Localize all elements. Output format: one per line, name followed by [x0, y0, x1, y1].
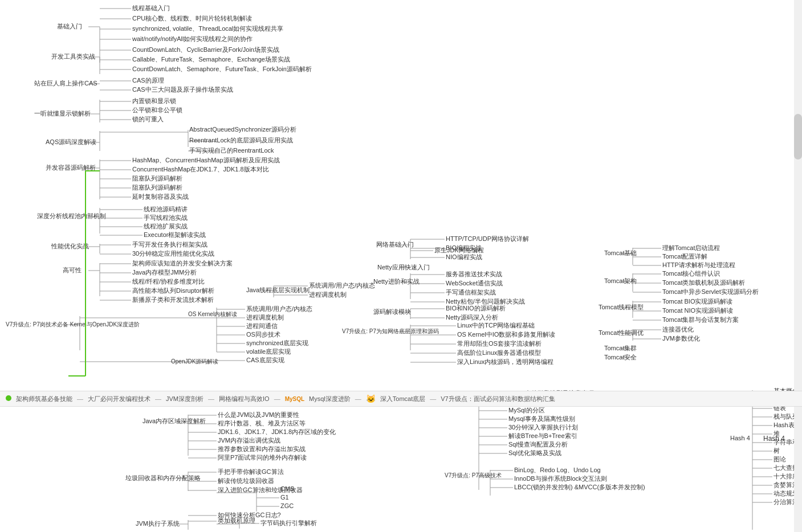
node-gc-root: 垃圾回收器和内存分配策略 [125, 474, 201, 481]
node-sql-opt: Sql优化策略及实战 [508, 449, 561, 456]
node-countdown1: CountDownLatch、CyclicBarrier及Fork/Join场景… [132, 46, 279, 53]
node-classloader: 类加载机原理 [218, 517, 255, 524]
node-tomcat-servlet: Tomcat中异步Servlet实现源码分析 [662, 288, 759, 295]
node-process-schedule: 进程调度机制 [246, 314, 284, 321]
node-perf-30min: 30分钟稳定应用性能优化实战 [132, 250, 214, 257]
node-comm-framework: 手写通信框架实战 [446, 289, 496, 296]
node-tomcat-http: HTTP请求解析与处理流程 [662, 261, 735, 268]
node-countdown2: CountDownLatch、Semaphore、FutureTask、Fork… [132, 66, 312, 72]
node-connector-opt: 连接器优化 [662, 326, 694, 333]
node-concurrenthashmap: ConcurrentHashMap在JDK1.7、JDK1.8版本对比 [132, 166, 269, 173]
node-gc-algo: 手把手带你解读GC算法 [218, 468, 284, 475]
node-tomcat-bio-source: Tomcat BIO实现源码解读 [662, 298, 732, 305]
node-bytecode: 字节码执行引擎解析 [260, 519, 317, 526]
scroll-thumb[interactable] [794, 114, 802, 159]
nav-jvm[interactable]: JVM深度剖析 [166, 395, 203, 403]
node-linux-tcp: Linux中的TCP网络编程基础 [457, 322, 535, 329]
node-tomcat-core: Tomcat核心组件认识 [662, 270, 720, 277]
node-nio: NIO编程实战 [446, 253, 482, 260]
nav-sep-5: — [355, 395, 361, 402]
node-perf-framework: 手写开发任务执行框架实战 [132, 241, 207, 248]
node-aqs-write: 手写实现自己的ReentrantLock [189, 147, 274, 154]
node-tomcat-classloader: Tomcat类加载机制及源码解析 [662, 279, 745, 286]
node-cms: CMS [280, 485, 294, 492]
node-volatile-impl: volatile底层实现 [246, 348, 291, 355]
node-tomcat-nio-source: Tomcat NIO实现源码解读 [662, 307, 733, 314]
cat-icon: 🐱 [366, 394, 376, 403]
node-bio-nio-source: BIO和NIO的源码解析 [446, 305, 506, 312]
node-mysql-partition: MySql的分区 [508, 407, 545, 414]
node-mysql-explain: 30分钟深入掌握执行计划 [508, 424, 578, 431]
node-copy-container: 延时复制容器及实战 [132, 193, 189, 200]
node-graph: 图论 [773, 456, 786, 463]
node-jvm-oom: JVM内存溢出调优实战 [218, 437, 280, 444]
node-reentrant: 锁的可重入 [132, 116, 164, 122]
nav-algo[interactable]: V7升级点：面试必问算法和数据结构汇集 [441, 395, 555, 403]
node-tomcat-thread: Tomcat线程模型 [599, 304, 644, 310]
node-linux-kernel-source: 深入Linux内核源码，透明网络编程 [457, 358, 553, 365]
node-fair-lock: 公平锁和非公平锁 [132, 107, 182, 113]
node-concurrent-root: 并发容器源码解析 [46, 164, 96, 171]
node-jvm-params: 推荐参数设置和内存溢出加实战 [218, 445, 306, 452]
node-cas-impl: CAS底层实现 [246, 357, 284, 363]
node-lbcc-mvcc: LBCC(锁的并发控制) &MVCC(多版本并发控制) [514, 484, 645, 490]
node-lock-root: 一听就懂显示锁解析 [34, 110, 91, 117]
node-netty-intro: Netty应用快速入门 [377, 264, 430, 271]
node-tomcat-config: Tomcat配置详解 [662, 253, 707, 260]
node-cas-root: 站在巨人肩上操作CAS [34, 80, 97, 87]
node-zgc: ZGC [280, 502, 294, 509]
node-websocket: WebSocket通信实战 [446, 280, 503, 287]
node-atomic: 新播原子类和开发流技术解析 [132, 296, 214, 303]
node-source-reader: 源码解读模块 [373, 308, 411, 315]
node-threadpool-root: 深度分析线程池内部机制 [37, 212, 106, 219]
node-os-kernel: OS Kernel内核解读 [188, 311, 237, 317]
nav-tomcat[interactable]: 深入Tomcat底层 [380, 395, 425, 403]
node-devtools: 开发工具类实战 [51, 53, 95, 60]
node-comm-model: 高低阶位Linux服务器通信模型 [457, 349, 541, 356]
green-dot-icon [6, 395, 11, 402]
node-jvm-mem-root: Java内存区域深度解析 [143, 418, 206, 424]
mindmap-svg: 基础入门 线程基础入门 CPU核心数、线程数、时间片轮转机制解读 synchro… [0, 0, 802, 532]
node-synchronized: synchronized, volatile、ThreadLocal如何实现线程… [132, 25, 283, 32]
node-slow-query: Sql慢查询配置及分析 [508, 441, 568, 448]
scroll-area[interactable] [794, 0, 802, 532]
node-jdk-net: 原生JDK网络编程 [434, 247, 484, 253]
node-tree: 树 [773, 447, 780, 454]
node-sync-impl: synchronized底层实现 [246, 339, 308, 346]
nav-dev[interactable]: 大厂必问开发编程技术 [88, 395, 150, 403]
nav-arch[interactable]: 架构师筑基必备技能 [16, 395, 72, 403]
node-os-kernel-io: OS Kernel中IO数据和多路复用解读 [457, 331, 555, 338]
node-tomcat-security: Tomcat安全 [604, 354, 637, 361]
nav-sep-6: — [430, 395, 436, 402]
node-os-sync: OS同步技术 [246, 331, 280, 338]
node-disruptor: 高性能本地队列Disruptor解析 [132, 287, 214, 294]
nav-net[interactable]: 网格编程与高效IO [219, 395, 270, 403]
nav-mysql[interactable]: Mysql深度进阶 [309, 395, 351, 403]
node-thread-fiber: 线程/纤程/协程多维度对比 [132, 278, 205, 285]
mysql-icon: MySQL [285, 396, 304, 402]
node-tomcat-start: 理解Tomcat启动流程 [662, 244, 720, 251]
node-socket: 常用却陌生OS套接字流读解析 [457, 340, 542, 347]
node-netty-source: Netty源码深入分析 [446, 314, 498, 321]
node-builtin-lock: 内置锁和显示锁 [132, 97, 176, 104]
node-hash4-label: Hash 4 [730, 435, 750, 441]
node-perf-root: 性能优化实战 [51, 243, 89, 249]
nav-sep-4: — [274, 395, 280, 402]
node-syscall: 系统调用/用户态/内核态 [246, 305, 312, 312]
node-threadpool-source: 线程池源码精讲 [144, 206, 188, 212]
node-blocking-queue2: 阻塞队列源码解析 [132, 184, 182, 191]
nav-sep-2: — [155, 395, 161, 402]
node-jmm: Java内存模型JMM分析 [132, 269, 197, 276]
node-process-sched-mech: 进程调度机制 [309, 291, 347, 298]
node-tomcat-basics: Tomcat基础 [604, 249, 637, 256]
node-tomcat-cluster: Tomcat集群 [604, 345, 637, 351]
node-jvm-counter: 程序计数器、栈、堆及方法区等 [218, 420, 306, 427]
node-threadpool-write: 手写线程池实战 [144, 214, 188, 221]
node-jvm-exec: JVM执行子系统 [136, 520, 180, 527]
node-alibaba-p7: 阿里P7面试常问的堆外内存解读 [218, 454, 307, 461]
nav-bar: 架构师筑基必备技能 — 大厂必问开发编程技术 — JVM深度剖析 — 网格编程与… [0, 391, 802, 407]
node-thread-basics: 线程基础入门 [132, 5, 170, 11]
node-innodb-block: InnoDB与操作系统Block交互法则 [514, 475, 607, 482]
node-sticky-packet: Netty粘包/半包问题解决实战 [446, 298, 525, 305]
node-v7-network: V7升级点: P7为知网络底层原理和源码 [342, 328, 439, 334]
